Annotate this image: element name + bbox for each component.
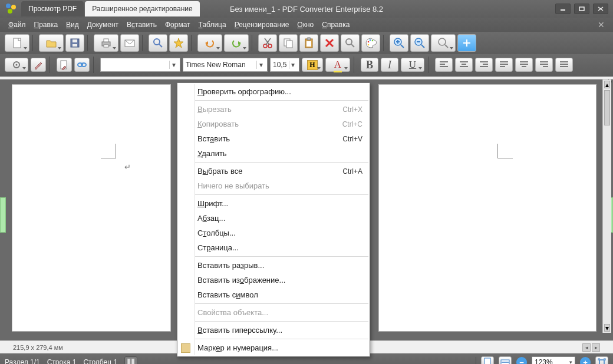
underline-button[interactable]: U: [401, 58, 424, 72]
scroll-left-button[interactable]: ◂: [582, 343, 591, 352]
ctx-object-props: Свойства объекта...: [177, 305, 370, 320]
menu-format[interactable]: Формат: [165, 21, 190, 29]
ctx-font[interactable]: Шрифт...: [177, 196, 370, 211]
svg-rect-6: [72, 39, 77, 42]
align-right-button[interactable]: [475, 58, 493, 72]
open-button[interactable]: [39, 34, 64, 52]
svg-line-37: [401, 45, 404, 48]
layout-view-button[interactable]: [124, 356, 137, 364]
svg-rect-9: [104, 39, 108, 42]
bold-button[interactable]: B: [361, 58, 378, 72]
menu-view[interactable]: Вид: [66, 21, 79, 29]
status-section: Раздел 1/1: [5, 358, 40, 364]
menu-window[interactable]: Окно: [297, 21, 314, 29]
maximize-button[interactable]: [574, 4, 589, 14]
font-select[interactable]: Times New Roman▾: [183, 58, 268, 72]
delete-x-button[interactable]: [320, 34, 339, 52]
menu-help[interactable]: Справка: [322, 21, 350, 29]
svg-rect-10: [104, 45, 108, 47]
mail-button[interactable]: [120, 34, 139, 52]
page-canvas[interactable]: ↵: [12, 84, 171, 332]
italic-button[interactable]: I: [381, 58, 398, 72]
menu-edit[interactable]: Правка: [34, 21, 58, 29]
ctx-delete[interactable]: Удалить: [177, 146, 370, 161]
align-justify-center-button[interactable]: [515, 58, 533, 72]
menu-insert[interactable]: Вставить: [127, 21, 157, 29]
page-canvas[interactable]: [378, 84, 596, 332]
tab-advanced-edit[interactable]: Расширенное редактирование: [85, 1, 200, 16]
ctx-insert-break[interactable]: Вставить разрыв...: [177, 258, 370, 273]
scroll-right-button[interactable]: ▸: [592, 343, 600, 352]
svg-point-32: [372, 40, 374, 42]
menu-file[interactable]: Файл: [8, 21, 26, 29]
print-button[interactable]: [94, 34, 118, 52]
tab-view-pdf[interactable]: Просмотр PDF: [21, 1, 84, 16]
fit-width-button[interactable]: [457, 34, 476, 52]
font-size-select[interactable]: 10,5▾: [270, 58, 299, 72]
ctx-spellcheck[interactable]: Проверить орфографию...: [177, 84, 370, 99]
find-button[interactable]: [149, 34, 167, 52]
style-select[interactable]: ▾: [100, 58, 180, 72]
left-panel-handle[interactable]: [0, 197, 6, 233]
zoom-out-button[interactable]: [410, 34, 429, 52]
bullets-icon: [181, 343, 190, 353]
paste-button[interactable]: [299, 34, 318, 52]
fit-width-status-button[interactable]: [499, 356, 512, 364]
ctx-bullets[interactable]: Маркер и нумерация...: [177, 340, 370, 355]
align-justify-left-button[interactable]: [495, 58, 513, 72]
svg-rect-73: [485, 358, 490, 364]
vertical-scrollbar[interactable]: ▴ ▾: [602, 80, 611, 333]
tab-label: Расширенное редактирование: [92, 5, 193, 13]
menu-review[interactable]: Рецензирование: [235, 21, 289, 29]
zoom-out-status-button[interactable]: −: [516, 357, 527, 364]
window-title: Без имени_1 - PDF Converter Enterprise 8…: [230, 5, 383, 14]
color-palette-button[interactable]: [361, 34, 380, 52]
ctx-insert-link[interactable]: Вставить гиперссылку...: [177, 323, 370, 337]
cut-button[interactable]: [258, 34, 277, 52]
highlight-h-button[interactable]: H: [302, 58, 323, 72]
tab-label: Просмотр PDF: [28, 5, 77, 13]
svg-rect-25: [306, 41, 311, 47]
ctx-page[interactable]: Страница...: [177, 240, 370, 255]
svg-rect-7: [72, 44, 77, 47]
ctx-columns[interactable]: Столбцы...: [177, 226, 370, 240]
align-center-button[interactable]: [455, 58, 473, 72]
copy-button[interactable]: [279, 34, 298, 52]
zoom-value-box[interactable]: 123%▾: [532, 356, 575, 364]
menu-document[interactable]: Документ: [87, 21, 118, 29]
align-left-button[interactable]: [435, 58, 453, 72]
link-tool-button[interactable]: [74, 58, 90, 72]
svg-line-40: [421, 45, 424, 48]
ctx-select-all[interactable]: Выбрать всеCtrl+A: [177, 164, 370, 178]
close-document-button[interactable]: ✕: [598, 20, 605, 29]
new-button[interactable]: [5, 34, 29, 52]
fit-page-button[interactable]: [481, 356, 494, 364]
ctx-paste[interactable]: ВставитьCtrl+V: [177, 131, 370, 146]
zoom-in-button[interactable]: [390, 34, 408, 52]
close-button[interactable]: [593, 4, 608, 14]
options-gear-button[interactable]: [5, 58, 28, 72]
undo-button[interactable]: [197, 34, 222, 52]
fullscreen-button[interactable]: [595, 356, 608, 364]
document-tool-button[interactable]: [57, 58, 72, 72]
ctx-insert-image[interactable]: Вставить изображение...: [177, 273, 370, 287]
status-column: Столбец 1: [83, 358, 117, 364]
zoom-in-status-button[interactable]: +: [580, 357, 591, 364]
font-color-button[interactable]: A: [325, 58, 350, 72]
align-justify-right-button[interactable]: [535, 58, 553, 72]
menu-table[interactable]: Таблица: [199, 21, 226, 29]
zoom-tool-button[interactable]: [341, 34, 360, 52]
minimize-button[interactable]: [555, 4, 571, 14]
save-button[interactable]: [65, 34, 84, 52]
redo-button[interactable]: [224, 34, 249, 52]
zoom-level-button[interactable]: [431, 34, 456, 52]
svg-rect-76: [599, 360, 604, 364]
svg-rect-24: [307, 38, 311, 40]
align-justify-full-button[interactable]: [555, 58, 573, 72]
svg-point-18: [268, 44, 272, 48]
ctx-insert-symbol[interactable]: Вставить символ: [177, 287, 370, 302]
edit-mode-button[interactable]: [31, 58, 46, 72]
favorite-button[interactable]: [169, 34, 188, 52]
svg-point-31: [370, 39, 371, 41]
ctx-paragraph[interactable]: Абзац...: [177, 211, 370, 226]
